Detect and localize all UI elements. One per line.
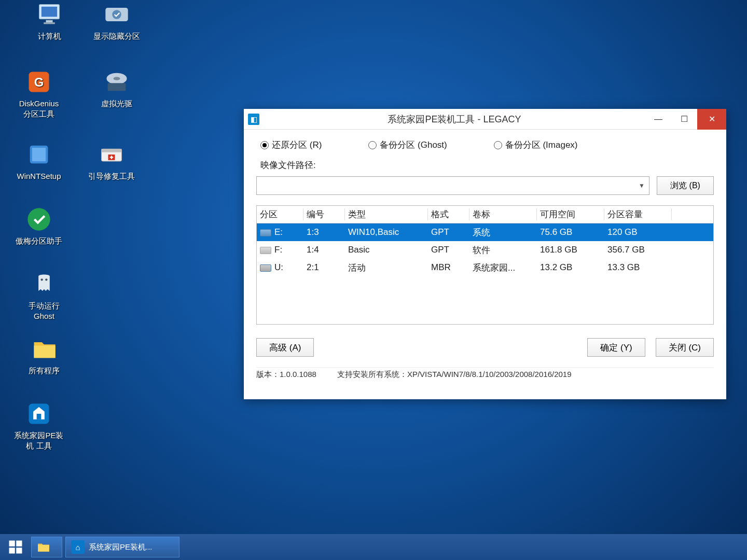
desktop-icon-label: 引导修复工具 xyxy=(83,171,140,181)
computer-icon xyxy=(35,0,64,29)
col-number[interactable]: 编号 xyxy=(303,208,345,220)
window-title: 系统家园PE装机工具 - LEGACY xyxy=(264,113,645,125)
col-format[interactable]: 格式 xyxy=(428,208,469,220)
ghost-icon xyxy=(30,270,59,299)
svg-rect-1 xyxy=(42,7,57,17)
radio-backup-imagex[interactable]: 备份分区 (Imagex) xyxy=(494,139,578,151)
col-partition[interactable]: 分区 xyxy=(257,208,303,220)
support-label: 支持安装所有系统：XP/VISTA/WIN7/8/8.1/10/2003/200… xyxy=(337,370,572,380)
desktop-icon-label: 计算机 xyxy=(21,31,78,41)
svg-point-5 xyxy=(112,10,121,19)
disk-icon xyxy=(260,264,271,272)
desktop-icon-label: 虚拟光驱 xyxy=(88,99,145,109)
radio-restore[interactable]: 还原分区 (R) xyxy=(260,139,322,151)
desktop-icon-label: 显示隐藏分区 xyxy=(88,31,145,41)
desktop-icon-allprograms[interactable]: 所有程序 xyxy=(16,334,73,376)
virtualcd-icon xyxy=(102,67,131,96)
desktop-icon-ghost[interactable]: 手动运行Ghost xyxy=(16,270,73,321)
taskbar-explorer[interactable] xyxy=(31,537,62,557)
image-path-combo[interactable]: ▼ xyxy=(256,176,649,195)
disk-icon xyxy=(260,229,271,236)
svg-rect-21 xyxy=(9,541,15,547)
col-free[interactable]: 可用空间 xyxy=(537,208,604,220)
partition-table: 分区 编号 类型 格式 卷标 可用空间 分区容量 E:1:3WIN10,Basi… xyxy=(256,205,714,325)
desktop-icon-label: DiskGenius分区工具 xyxy=(10,99,67,119)
desktop-icon-virtualcd[interactable]: 虚拟光驱 xyxy=(88,67,145,109)
chevron-down-icon: ▼ xyxy=(639,182,645,189)
app-icon: ◧ xyxy=(248,114,259,125)
svg-text:G: G xyxy=(34,75,44,89)
table-header: 分区 编号 类型 格式 卷标 可用空间 分区容量 xyxy=(257,206,713,223)
version-label: 版本：1.0.0.1088 xyxy=(256,370,316,380)
desktop-icon-aomei[interactable]: 傲梅分区助手 xyxy=(10,205,67,246)
desktop-icon-showhidden[interactable]: 显示隐藏分区 xyxy=(88,0,145,41)
svg-point-17 xyxy=(41,278,43,281)
svg-rect-10 xyxy=(108,83,126,91)
svg-rect-23 xyxy=(9,548,15,553)
col-label[interactable]: 卷标 xyxy=(469,208,537,220)
desktop-icon-winntsetup[interactable]: WinNTSetup xyxy=(10,140,67,181)
svg-point-16 xyxy=(27,208,50,230)
winntsetup-icon xyxy=(24,140,53,169)
close-dialog-button[interactable]: 关闭 (C) xyxy=(656,338,714,357)
taskbar-app-petool[interactable]: ⌂ 系统家园PE装机... xyxy=(65,537,179,557)
pe-tool-window: ◧ 系统家园PE装机工具 - LEGACY — ☐ ✕ 还原分区 (R) 备份分… xyxy=(244,109,726,399)
advanced-button[interactable]: 高级 (A) xyxy=(256,338,314,357)
start-button[interactable] xyxy=(3,537,28,557)
diskgenius-icon: G xyxy=(24,67,53,96)
showhidden-icon xyxy=(102,0,131,29)
table-row[interactable]: U:2:1活动MBR系统家园...13.2 GB13.3 GB xyxy=(257,259,713,276)
maximize-button[interactable]: ☐ xyxy=(671,109,697,130)
allprograms-icon xyxy=(30,334,59,363)
desktop-icon-petool[interactable]: 系统家园PE装机 工具 xyxy=(10,399,67,451)
svg-rect-3 xyxy=(44,22,55,24)
desktop-icon-label: 系统家园PE装机 工具 xyxy=(10,430,67,451)
svg-rect-20 xyxy=(37,414,42,419)
desktop-icon-label: WinNTSetup xyxy=(10,171,67,181)
svg-point-9 xyxy=(114,77,120,80)
radio-backup-ghost[interactable]: 备份分区 (Ghost) xyxy=(368,139,447,151)
minimize-button[interactable]: — xyxy=(645,109,671,130)
svg-rect-24 xyxy=(16,548,22,553)
browse-button[interactable]: 浏览 (B) xyxy=(657,176,714,195)
svg-rect-2 xyxy=(46,20,53,22)
aomei-icon xyxy=(24,205,53,234)
svg-rect-14 xyxy=(102,149,122,152)
svg-rect-22 xyxy=(16,541,22,547)
col-capacity[interactable]: 分区容量 xyxy=(604,208,672,220)
desktop-icon-label: 所有程序 xyxy=(16,366,73,376)
bootrepair-icon xyxy=(97,140,126,169)
svg-rect-12 xyxy=(32,148,46,161)
desktop-icon-bootrepair[interactable]: 引导修复工具 xyxy=(83,140,140,181)
desktop-icon-label: 傲梅分区助手 xyxy=(10,236,67,246)
disk-icon xyxy=(260,247,271,254)
table-row[interactable]: E:1:3WIN10,BasicGPT系统75.6 GB120 GB xyxy=(257,223,713,241)
taskbar: ⌂ 系统家园PE装机... xyxy=(0,534,747,560)
desktop-icon-computer[interactable]: 计算机 xyxy=(21,0,78,41)
col-type[interactable]: 类型 xyxy=(345,208,428,220)
desktop-icon-label: 手动运行Ghost xyxy=(16,301,73,321)
titlebar[interactable]: ◧ 系统家园PE装机工具 - LEGACY — ☐ ✕ xyxy=(244,109,726,130)
ok-button[interactable]: 确定 (Y) xyxy=(587,338,645,357)
svg-point-18 xyxy=(45,278,47,281)
image-path-label: 映像文件路径: xyxy=(256,159,316,171)
close-button[interactable]: ✕ xyxy=(697,109,726,130)
petool-icon xyxy=(24,399,53,428)
desktop-icon-diskgenius[interactable]: GDiskGenius分区工具 xyxy=(10,67,67,119)
table-row[interactable]: F:1:4BasicGPT软件161.8 GB356.7 GB xyxy=(257,241,713,259)
